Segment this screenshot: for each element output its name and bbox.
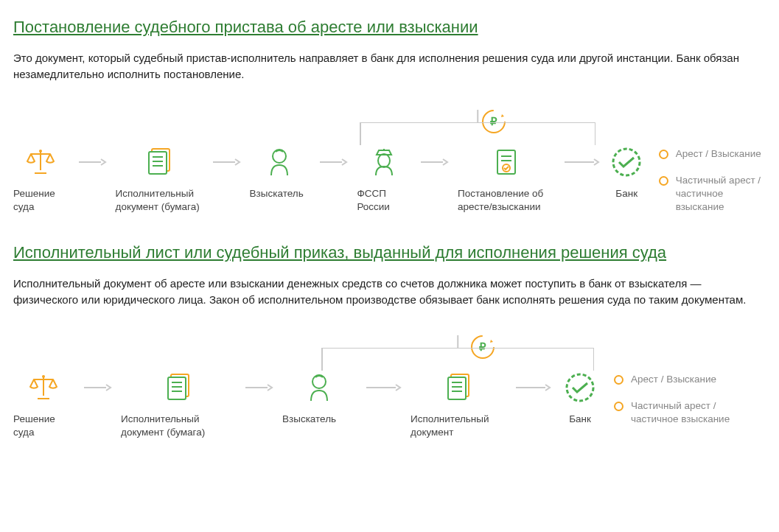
outcome-item: Арест / Взыскание: [614, 373, 739, 386]
bullet-icon: [614, 375, 623, 385]
ruble-icon: ₽: [470, 335, 495, 360]
outcomes-list: Арест / Взыскание Частичный арест / част…: [614, 373, 739, 427]
step-exec-document-paper: Исполнительный документ (бумага): [116, 146, 203, 214]
section2-heading[interactable]: Исполнительный лист или судебный приказ,…: [13, 243, 766, 262]
section1-heading[interactable]: Постановление судебного пристава об арес…: [13, 18, 766, 37]
svg-point-13: [273, 150, 286, 163]
arrow-icon: [415, 146, 453, 178]
step-label: Исполнительный документ: [411, 413, 506, 439]
svg-rect-8: [149, 152, 167, 174]
bullet-icon: [659, 150, 668, 159]
svg-rect-32: [168, 377, 186, 399]
outcomes-list: Арест / Взыскание Частичный арест / част…: [659, 147, 766, 214]
step-label: Исполнительный документ (бумага): [121, 413, 235, 439]
person-icon: [307, 371, 332, 404]
svg-point-45: [567, 374, 593, 401]
arrow-icon: [207, 146, 245, 178]
sber-icon: [565, 371, 595, 404]
arrow-icon: [314, 146, 352, 178]
document-stack-icon: [164, 371, 193, 404]
step-label: Исполнительный документ (бумага): [116, 187, 203, 214]
svg-rect-18: [497, 150, 515, 174]
step-claimant: Взыскатель: [250, 146, 310, 200]
step-court-decision: Решение суда: [13, 371, 74, 439]
step-exec-document: Исполнительный документ: [411, 371, 506, 439]
outcome-text: Арест / Взыскание: [676, 147, 761, 161]
svg-point-37: [312, 375, 326, 388]
svg-point-29: [42, 375, 45, 378]
arrow-icon: [73, 146, 111, 178]
outcome-item: Частичный арест / частичное взыскание: [614, 399, 739, 426]
scales-icon: [25, 146, 56, 178]
arrow-icon: [240, 371, 278, 404]
bullet-icon: [614, 402, 623, 411]
svg-text:₽: ₽: [490, 115, 497, 127]
svg-text:₽: ₽: [479, 340, 486, 353]
svg-point-23: [613, 149, 640, 175]
step-exec-document-paper: Исполнительный документ (бумага): [121, 371, 235, 439]
outcome-text: Частичный арест / частичное взыскание: [676, 174, 766, 214]
bullet-icon: [659, 176, 668, 186]
arrow-icon: [78, 371, 116, 404]
document-check-icon: [493, 146, 520, 178]
document-stack-icon: [444, 371, 473, 404]
step-label: Взыскатель: [282, 413, 356, 426]
step-bank: Банк: [559, 371, 601, 426]
step-label: ФССП России: [357, 187, 411, 214]
arrow-icon: [360, 371, 406, 404]
bracket-connector: [321, 348, 594, 349]
person-icon: [267, 146, 292, 178]
step-claimant: Взыскатель: [282, 371, 356, 426]
svg-point-5: [39, 150, 42, 153]
section1-description: Это документ, который судебный пристав-и…: [13, 50, 766, 83]
outcome-item: Частичный арест / частичное взыскание: [659, 174, 766, 214]
svg-rect-40: [448, 377, 466, 399]
outcome-item: Арест / Взыскание: [659, 147, 766, 161]
arrow-icon: [511, 371, 555, 404]
sber-icon: [611, 146, 642, 178]
scales-icon: [28, 371, 59, 404]
step-label: Постановление об аресте/взыскании: [458, 187, 555, 214]
bailiff-icon: [371, 146, 397, 178]
arrow-icon: [559, 146, 604, 178]
outcome-text: Арест / Взыскание: [631, 373, 716, 386]
bracket-connector: [360, 122, 595, 123]
ruble-icon: ₽: [481, 109, 506, 134]
step-arrest-order: Постановление об аресте/взыскании: [458, 146, 555, 214]
step-label: Банк: [559, 413, 601, 426]
step-bank: Банк: [608, 146, 646, 200]
step-label: Взыскатель: [250, 187, 310, 200]
step-label: Решение суда: [13, 187, 69, 214]
step-label: Банк: [608, 187, 646, 200]
step-label: Решение суда: [13, 413, 74, 439]
document-stack-icon: [144, 146, 174, 178]
svg-point-16: [378, 154, 390, 167]
flow-diagram-1: ₽ Решение суда: [13, 109, 766, 214]
step-court-decision: Решение суда: [13, 146, 69, 214]
step-fssp: ФССП России: [357, 146, 411, 214]
section2-description: Исполнительный документ об аресте или вз…: [13, 276, 766, 308]
flow-diagram-2: ₽ Решение суда: [13, 335, 766, 439]
outcome-text: Частичный арест / частичное взыскание: [631, 399, 739, 426]
